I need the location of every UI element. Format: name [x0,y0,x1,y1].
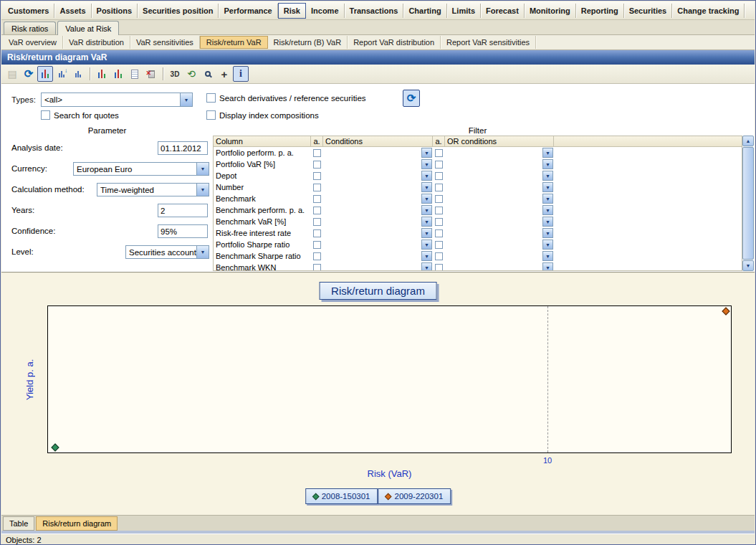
chevron-down-icon[interactable] [542,205,553,215]
or-checkbox[interactable] [435,207,443,214]
menu-limits[interactable]: Limits [447,4,481,18]
checkbox-box[interactable] [206,110,216,120]
or-checkbox[interactable] [435,172,443,180]
chevron-down-icon[interactable] [542,159,553,169]
calculation-method-dropdown[interactable]: Time-weighted [97,183,209,196]
chevron-down-icon[interactable] [542,148,553,158]
search-derivatives-checkbox[interactable]: Search derivatives / reference securitie… [206,93,366,103]
analysis-date-input[interactable] [158,141,208,155]
tab-risk-return-diagram[interactable]: Risk/return diagram [36,516,118,531]
delete-icon[interactable] [143,66,159,82]
menu-customers[interactable]: Customers [3,4,54,18]
types-dropdown[interactable]: <all> [41,93,193,107]
level-dropdown[interactable]: Securities account [125,245,209,259]
menu-securities[interactable]: Securities [624,4,673,18]
or-conditions-cell[interactable] [445,194,554,204]
menu-positions[interactable]: Positions [92,4,138,18]
chevron-down-icon[interactable] [421,217,432,227]
or-checkbox[interactable] [435,264,443,272]
histogram-icon[interactable] [70,66,86,82]
or-checkbox[interactable] [435,252,443,260]
or-conditions-cell[interactable] [445,171,554,181]
menu-reporting[interactable]: Reporting [576,4,624,18]
tab-report-var-distribution[interactable]: Report VaR distribution [348,36,441,49]
conditions-cell[interactable] [323,217,433,227]
menu-charting[interactable]: Charting [403,4,446,18]
chevron-down-icon[interactable] [421,194,432,204]
menu-change-tracking[interactable]: Change tracking [672,4,745,18]
chevron-down-icon[interactable] [196,163,209,175]
chevron-down-icon[interactable] [542,182,553,192]
tab-var-overview[interactable]: VaR overview [3,36,63,49]
sort-descending-icon[interactable]: ↓ [54,66,70,82]
chevron-down-icon[interactable] [421,148,432,158]
chart-title-button[interactable]: Risk/return diagram [319,282,437,300]
menu-transactions[interactable]: Transactions [345,4,404,18]
and-checkbox[interactable] [313,241,321,249]
search-quotes-checkbox[interactable]: Search for quotes [41,110,119,120]
or-conditions-cell[interactable] [445,228,554,238]
chevron-down-icon[interactable] [542,171,553,181]
tab-risk-ratios[interactable]: Risk ratios [4,22,56,34]
years-input[interactable] [158,204,208,217]
and-checkbox[interactable] [313,161,321,169]
confidence-input[interactable] [158,224,208,238]
conditions-header[interactable]: Conditions [323,136,433,146]
or-checkbox[interactable] [435,218,443,226]
3d-icon[interactable]: 3D [167,66,183,82]
or-checkbox[interactable] [435,229,443,237]
chevron-down-icon[interactable] [421,159,432,169]
and-checkbox[interactable] [313,252,321,260]
tab-report-var-sensitivities[interactable]: Report VaR sensitivities [441,36,536,49]
and-checkbox[interactable] [313,207,321,214]
legend-button-2009[interactable]: 2009-220301 [378,488,451,504]
export-icon[interactable] [4,66,20,82]
or-conditions-header[interactable]: OR conditions [445,136,554,146]
tab-value-at-risk[interactable]: Value at Risk [57,21,119,35]
chevron-down-icon[interactable] [196,246,209,258]
chevron-down-icon[interactable] [542,240,553,250]
menu-risk[interactable]: Risk [278,3,306,19]
or-checkbox[interactable] [435,195,443,203]
menu-securities-position[interactable]: Securities position [138,4,219,18]
legend-button-2008[interactable]: 2008-150301 [305,488,378,504]
and-checkbox[interactable] [313,184,321,191]
filter-scrollbar[interactable] [742,136,754,271]
conditions-cell[interactable] [323,171,433,181]
chevron-down-icon[interactable] [421,205,432,215]
display-index-checkbox[interactable]: Display index compositions [206,110,319,120]
or-conditions-cell[interactable] [445,159,554,169]
column-header[interactable]: Column [214,136,311,146]
and-checkbox[interactable] [313,229,321,237]
bar-chart-icon[interactable] [94,66,110,82]
tab-var-distribution[interactable]: VaR distribution [63,36,130,49]
or-conditions-cell[interactable] [445,240,554,250]
or-conditions-cell[interactable] [445,251,554,261]
or-conditions-cell[interactable] [445,262,554,271]
and-checkbox[interactable] [313,172,321,180]
menu-performance[interactable]: Performance [219,4,277,18]
tab-var-sensitivities[interactable]: VaR sensitivities [130,36,200,49]
tab-table[interactable]: Table [3,516,34,531]
or-checkbox[interactable] [435,149,443,157]
conditions-cell[interactable] [323,148,433,158]
or-checkbox[interactable] [435,184,443,191]
tab-risk-return-b-var[interactable]: Risk/return (B) VaR [268,36,348,49]
and-checkbox[interactable] [313,195,321,203]
conditions-cell[interactable] [323,251,433,261]
menu-forecast[interactable]: Forecast [481,4,525,18]
chevron-down-icon[interactable] [421,228,432,238]
and-checkbox[interactable] [313,149,321,157]
checkbox-box[interactable] [41,110,50,120]
chevron-down-icon[interactable] [542,262,553,271]
chevron-down-icon[interactable] [542,217,553,227]
refresh-search-button[interactable] [403,90,420,107]
conditions-cell[interactable] [323,240,433,250]
refresh-icon[interactable] [21,66,37,82]
or-conditions-cell[interactable] [445,148,554,158]
chevron-down-icon[interactable] [196,184,209,196]
chart-negative-icon[interactable] [110,66,126,82]
chevron-down-icon[interactable] [542,251,553,261]
report-icon[interactable] [127,66,143,82]
chevron-down-icon[interactable] [421,262,432,271]
